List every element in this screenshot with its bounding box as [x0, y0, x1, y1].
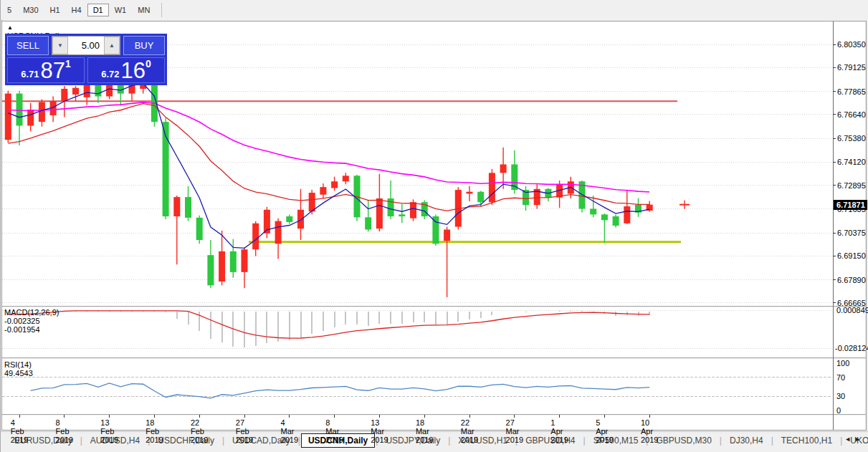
time-axis-label: 18 Feb 2019: [146, 418, 163, 444]
buy-price-big: 16: [121, 60, 146, 82]
window-left-edge: [0, 0, 1, 452]
price-axis-label: 6.77865: [837, 87, 866, 96]
tab-scroll-right-icon[interactable]: ►: [854, 436, 864, 443]
one-click-trade-panel: SELL ▼ 5.00 ▲ BUY 6.71 87 1 6.72 16 0: [5, 34, 167, 85]
buy-price-display[interactable]: 6.72 16 0: [87, 57, 165, 83]
time-axis-label: 1 Apr 2019: [550, 418, 568, 444]
time-axis-label: 18 Mar 2019: [416, 418, 433, 444]
collapse-arrow-icon[interactable]: ▲: [7, 24, 13, 31]
time-axis-label: 13 Feb 2019: [100, 418, 118, 444]
price-axis-label: 6.70375: [837, 229, 866, 237]
volume-input[interactable]: 5.00: [68, 37, 104, 54]
time-axis-label: 22 Feb 2019: [191, 418, 208, 444]
macd-indicator-label: MACD(12,26,9) -0.002325 -0.001954: [4, 308, 59, 334]
tab-scroll-left-icon[interactable]: ◄: [844, 436, 854, 443]
sell-price-pip: 1: [65, 58, 71, 69]
sell-price-prefix: 6.71: [21, 69, 39, 80]
rsi-axis-label: 70: [836, 373, 845, 382]
price-axis-label: 6.74120: [837, 158, 866, 166]
buy-price-pip: 0: [146, 58, 151, 69]
price-axis-label: 6.75380: [837, 134, 866, 143]
rsi-axis-label: 100: [836, 359, 849, 367]
time-axis-label: 8 Feb 2019: [56, 418, 73, 444]
current-price-tag: 6.71871: [834, 200, 867, 210]
up-arrow-icon: ▲: [109, 42, 115, 49]
sell-price-display[interactable]: 6.71 87 1: [7, 57, 85, 83]
volume-stepper: ▼ 5.00 ▲: [52, 36, 120, 55]
price-axis-label: 6.80350: [837, 40, 866, 49]
time-axis-label: 22 Mar 2019: [461, 418, 478, 444]
time-axis-label: 8 Mar 2019: [325, 418, 343, 444]
price-axis-label: 6.67890: [837, 276, 866, 284]
time-axis-label: 4 Feb 2019: [11, 418, 28, 444]
price-axis-label: 6.72895: [837, 181, 866, 190]
time-axis-label: 10 Apr 2019: [641, 418, 658, 444]
volume-increase-button[interactable]: ▲: [104, 37, 120, 54]
rsi-axis-label: 30: [836, 392, 845, 400]
trading-terminal-window: 5M30H1H4D1W1MN ▲ USDCNH,Daily 6.71553 6.…: [0, 0, 868, 452]
rsi-axis-label: 0: [836, 406, 841, 415]
time-axis-label: 27 Feb 2019: [236, 418, 253, 444]
rsi-indicator-label: RSI(14) 49.4543: [4, 360, 33, 378]
price-axis-label: 6.69150: [837, 251, 866, 260]
time-axis-label: 5 Apr 2019: [596, 418, 613, 444]
price-axis-label: 6.66665: [837, 299, 866, 307]
sell-price-big: 87: [41, 60, 65, 82]
volume-decrease-button[interactable]: ▼: [52, 37, 68, 54]
price-axis-label: 6.79125: [837, 63, 866, 72]
time-axis-label: 13 Mar 2019: [371, 418, 388, 444]
time-axis-label: 27 Mar 2019: [506, 418, 523, 444]
time-axis-label: 4 Mar 2019: [281, 418, 298, 444]
buy-button[interactable]: BUY: [123, 36, 165, 55]
down-arrow-icon: ▼: [57, 42, 63, 49]
price-axis-label: 6.76640: [837, 110, 866, 119]
buy-price-prefix: 6.72: [101, 69, 119, 80]
tab-scroll-arrows: ◄►: [844, 436, 864, 443]
sell-button[interactable]: SELL: [7, 36, 49, 55]
chart-left-border: [1, 20, 2, 430]
macd-axis-bottom-label: -0.028124: [835, 344, 868, 352]
